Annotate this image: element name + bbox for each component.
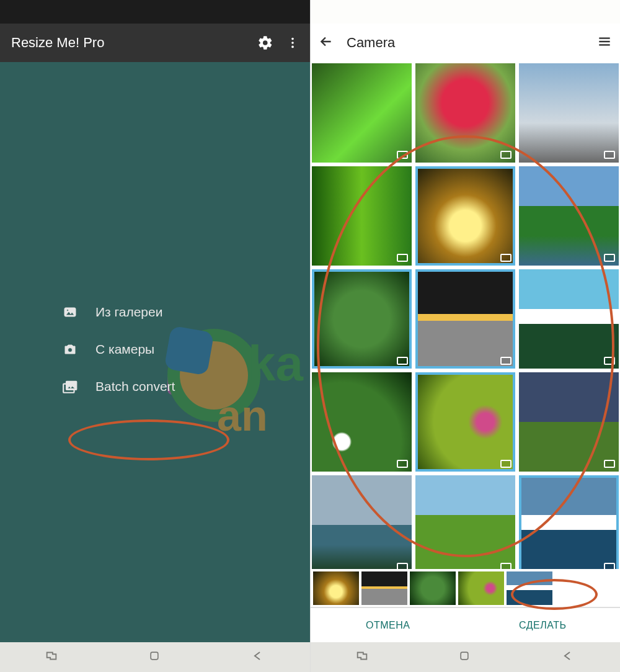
gear-icon	[257, 35, 273, 51]
app-body: ka an Из галереи С камеры Batch conver	[0, 62, 310, 642]
more-vertical-icon	[286, 36, 299, 50]
photo-thumbnail[interactable]	[312, 475, 412, 569]
landscape-badge-icon	[604, 357, 615, 365]
annotation-highlight-batch	[68, 419, 229, 460]
photo-thumbnail[interactable]	[312, 372, 412, 472]
photo-thumbnail[interactable]	[415, 166, 515, 266]
landscape-badge-icon	[397, 563, 408, 569]
selected-thumb[interactable]	[313, 571, 359, 605]
svg-point-0	[291, 38, 294, 40]
svg-point-2	[291, 46, 294, 48]
landscape-badge-icon	[397, 460, 408, 468]
screen-resize-app: Resize Me! Pro ka an Из галереи	[0, 0, 310, 672]
landscape-badge-icon	[604, 460, 615, 468]
camera-icon	[62, 341, 78, 357]
selected-thumb[interactable]	[507, 571, 552, 605]
nav-home-button[interactable]	[458, 650, 471, 665]
nav-recents-button[interactable]	[355, 649, 369, 665]
picker-body: ОТМЕНА СДЕЛАТЬ	[311, 62, 620, 642]
overflow-menu-button[interactable]	[279, 29, 306, 56]
photo-thumbnail[interactable]	[312, 63, 412, 163]
selected-thumb[interactable]	[458, 571, 504, 605]
back-button[interactable]	[318, 34, 334, 52]
source-menu: Из галереи С камеры Batch convert	[0, 304, 310, 395]
svg-point-5	[67, 310, 69, 311]
menu-item-label: Из галереи	[95, 305, 162, 320]
landscape-badge-icon	[397, 357, 408, 365]
photo-thumbnail[interactable]	[519, 475, 619, 569]
photo-thumbnail[interactable]	[415, 372, 515, 472]
menu-item-label: Batch convert	[95, 379, 175, 394]
status-bar	[0, 0, 310, 24]
svg-rect-14	[461, 652, 469, 660]
photo-thumbnail[interactable]	[519, 166, 619, 266]
svg-point-6	[68, 348, 73, 352]
action-bar: ОТМЕНА СДЕЛАТЬ	[311, 607, 620, 642]
app-title: Resize Me! Pro	[11, 35, 252, 51]
arrow-left-icon	[318, 34, 334, 50]
nav-recents-button[interactable]	[45, 649, 58, 665]
menu-item-gallery[interactable]: Из галереи	[62, 304, 248, 320]
image-icon	[62, 304, 78, 320]
photo-thumbnail[interactable]	[415, 63, 515, 163]
landscape-badge-icon	[500, 460, 512, 468]
landscape-badge-icon	[500, 357, 512, 365]
landscape-badge-icon	[500, 563, 512, 569]
picker-title: Camera	[347, 35, 584, 51]
photo-thumbnail[interactable]	[519, 63, 619, 163]
cancel-button[interactable]: ОТМЕНА	[311, 608, 466, 642]
photo-thumbnail[interactable]	[519, 372, 619, 472]
svg-point-1	[291, 42, 294, 44]
landscape-badge-icon	[604, 151, 615, 159]
settings-button[interactable]	[252, 29, 279, 56]
landscape-badge-icon	[604, 563, 615, 569]
landscape-badge-icon	[500, 151, 512, 159]
photo-thumbnail[interactable]	[312, 269, 412, 369]
landscape-badge-icon	[604, 254, 615, 262]
app-bar: Resize Me! Pro	[0, 24, 310, 62]
nav-back-button[interactable]	[560, 648, 575, 666]
menu-item-label: С камеры	[95, 342, 154, 357]
landscape-badge-icon	[397, 254, 408, 262]
screen-picker: Camera	[310, 0, 620, 672]
photo-thumbnail[interactable]	[312, 166, 412, 266]
landscape-badge-icon	[500, 254, 512, 262]
hamburger-icon	[596, 34, 613, 50]
photo-thumbnail[interactable]	[415, 269, 515, 369]
done-button[interactable]: СДЕЛАТЬ	[466, 608, 621, 642]
landscape-badge-icon	[397, 151, 408, 159]
menu-button[interactable]	[596, 34, 613, 52]
nav-home-button[interactable]	[148, 650, 161, 665]
menu-item-batch[interactable]: Batch convert	[62, 379, 248, 395]
status-bar	[311, 0, 620, 24]
system-nav-bar	[0, 642, 310, 672]
menu-item-camera[interactable]: С камеры	[62, 341, 248, 357]
svg-rect-10	[151, 652, 158, 660]
selected-thumb[interactable]	[410, 571, 456, 605]
selected-thumb[interactable]	[361, 571, 407, 605]
selection-strip	[311, 569, 620, 607]
images-stack-icon	[62, 379, 78, 395]
nav-back-button[interactable]	[250, 648, 265, 666]
photo-grid[interactable]	[311, 62, 620, 569]
system-nav-bar	[311, 642, 620, 672]
photo-thumbnail[interactable]	[415, 475, 515, 569]
picker-top-bar: Camera	[311, 24, 620, 62]
photo-thumbnail[interactable]	[519, 269, 619, 369]
